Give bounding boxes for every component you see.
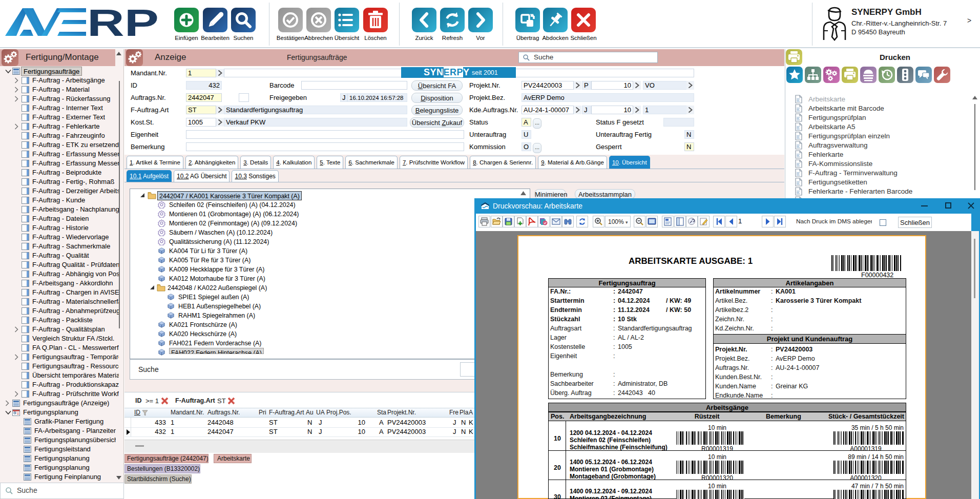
svg-text:RP: RP [87,6,158,39]
